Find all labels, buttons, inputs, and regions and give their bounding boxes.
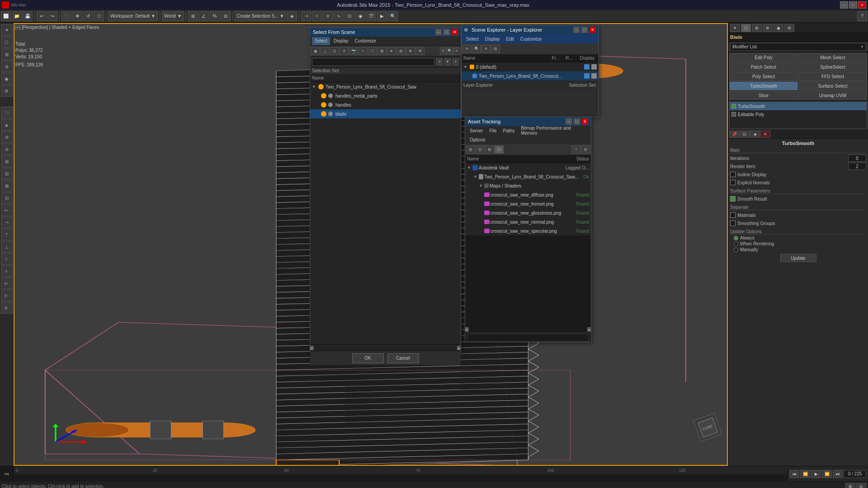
at-scroll-right[interactable]: > [587,327,591,332]
at-tb-4[interactable]: ⊡ [495,145,504,154]
sidebar-icon-12[interactable]: ⊥ [1,241,13,253]
close-button[interactable]: ✕ [858,1,866,9]
at-tb-1[interactable]: ⊞ [466,145,475,154]
create-panel-icon[interactable]: ✦ [1,24,13,36]
layer-button[interactable]: ≡ [323,11,333,21]
sfs-clear-search[interactable]: ✕ [436,58,443,66]
at-help-btn[interactable]: ? [571,145,580,154]
stack-item-editpoly[interactable]: Editable Poly [730,110,867,118]
sfs-cam-btn[interactable]: 📷 [349,47,358,55]
at-menu-server[interactable]: Server [467,127,486,135]
scale-button[interactable]: ⬡ [94,11,104,21]
sfs-particle-btn[interactable]: ✦ [387,47,396,55]
motion-panel-icon[interactable]: ⊛ [1,61,13,72]
ts-smooth-result-checkbox[interactable] [730,196,736,202]
at-close-button[interactable]: ✕ [582,118,588,125]
at-tb-3[interactable]: ⊠ [485,145,494,154]
at-specular-item[interactable]: crosscut_saw_new_specular.png Found [465,226,591,235]
sfs-shape-btn[interactable]: ⊡ [330,47,339,55]
motion-tab[interactable]: ⊛ [763,24,773,32]
le-tb-4[interactable]: ⊞ [491,45,500,53]
sfs-search-input[interactable] [312,58,434,66]
modify-panel-icon[interactable]: ⬡ [1,36,13,48]
at-path-input[interactable] [467,333,589,342]
sfs-helper-btn[interactable]: + [359,47,368,55]
sidebar-icon-9[interactable]: ⊢ [1,204,13,216]
le-tb-3[interactable]: ☀ [481,45,491,53]
sfs-cancel-button[interactable]: Cancel [387,353,419,363]
le-menu-display[interactable]: Display [482,35,503,43]
workspace-dropdown[interactable]: Workspace: Default ▼ [108,11,158,21]
ep-checkbox[interactable] [731,112,736,117]
status-snap-button[interactable]: ⊞ [845,483,855,488]
hierarchy-tab[interactable]: ⊞ [752,24,762,32]
sfs-sort-btn[interactable]: ≡ [453,47,460,55]
at-maps-item[interactable]: ▼ Maps / Shaders [465,181,591,190]
le-menu-select[interactable]: Select [463,35,481,43]
at-min-button[interactable]: ─ [566,118,572,125]
create-tab[interactable]: ✦ [730,24,740,32]
hierarchy-panel-icon[interactable]: ⊞ [1,48,13,60]
sfs-menu-display[interactable]: Display [331,37,351,45]
sfs-tree-root[interactable]: ▼ Two_Person_Lynx_Brand_5ft_Crosscut_Saw [310,82,461,91]
align-button[interactable]: ⊦ [312,11,322,21]
sidebar-icon-5[interactable]: ⊞ [1,155,13,167]
display-panel-icon[interactable]: ◉ [1,73,13,84]
sfs-options-btn[interactable]: ✕ [440,47,446,55]
sidebar-icon-15[interactable]: ⊨ [1,277,13,289]
le-tb-2[interactable]: 🔍 [472,45,481,53]
ts-smoothing-groups-checkbox[interactable] [730,221,736,226]
sidebar-icon-4[interactable]: ⊝ [1,143,13,155]
le-layer-default[interactable]: ▼ 0 (default) [462,62,599,71]
spinner-snap-button[interactable]: ⊟ [221,11,231,21]
search-button[interactable]: 🔍 [388,11,398,21]
sidebar-icon-14[interactable]: ⊧ [1,265,13,277]
sidebar-icon-2[interactable]: ▲ [1,119,13,131]
percent-snap-button[interactable]: % [210,11,220,21]
sfs-ok-button[interactable]: OK [352,353,384,363]
material-editor-button[interactable]: ◉ [355,11,365,21]
minimize-button[interactable]: ─ [840,1,848,9]
unwrap-uvw-button[interactable]: Unwrap UVW [798,91,867,100]
help-button[interactable]: ? [857,11,867,21]
maximize-button[interactable]: □ [849,1,857,9]
sidebar-icon-16[interactable]: ⊩ [1,290,13,301]
sfs-light-btn[interactable]: ☀ [340,47,349,55]
ts-always-radio[interactable] [734,236,738,240]
curve-editor-button[interactable]: ∿ [334,11,344,21]
named-select-button[interactable]: ◈ [287,11,297,21]
open-button[interactable]: 📁 [12,11,22,21]
at-menu-file[interactable]: File [486,127,499,135]
remove-modifier-button[interactable]: ✕ [760,131,770,138]
modifier-list-dropdown[interactable]: Modifier List ▼ [730,43,866,51]
sfs-group-btn[interactable]: ⊞ [396,47,406,55]
prev-frame-button[interactable]: ⏪ [800,470,810,478]
goto-end-button[interactable]: ⏭ [833,470,843,478]
status-grid-button[interactable]: ⊟ [856,483,866,488]
sfs-min-button[interactable]: ─ [435,29,442,35]
sfs-geo-btn[interactable]: △ [321,47,330,55]
ts-materials-checkbox[interactable] [730,212,736,218]
le-close-button[interactable]: ✕ [590,27,596,33]
sfs-max-button[interactable]: □ [443,29,450,35]
sfs-hidden-btn[interactable]: 👁 [415,47,425,55]
at-menu-bitmap[interactable]: Bitmap Performance and Memory [518,127,589,135]
sidebar-icon-3[interactable]: ⊜ [1,131,13,143]
le-max-button[interactable]: □ [581,27,588,33]
at-settings-btn[interactable]: ⚙ [581,145,590,154]
ts-isoline-checkbox[interactable] [730,172,736,177]
utilities-panel-icon[interactable]: ⚙ [1,85,13,97]
at-h-scroll[interactable]: < > [465,326,591,332]
sfs-close-button[interactable]: ✕ [452,29,458,35]
next-frame-button[interactable]: ⏩ [822,470,832,478]
at-tb-2[interactable]: ⊟ [476,145,485,154]
render-setup-button[interactable]: 🎬 [366,11,376,21]
at-menu-paths[interactable]: Paths [500,127,518,135]
ts-manually-radio[interactable] [734,248,738,252]
edit-poly-button[interactable]: Edit Poly [729,53,798,62]
at-file-item[interactable]: ▼ Two_Person_Lynx_Brand_5ft_Crosscut_Saw… [465,172,591,181]
slice-button[interactable]: Slice [729,91,798,100]
sfs-h-scroll[interactable]: < > [310,344,461,351]
angle-snap-button[interactable]: ∠ [199,11,209,21]
at-max-button[interactable]: □ [574,118,580,125]
